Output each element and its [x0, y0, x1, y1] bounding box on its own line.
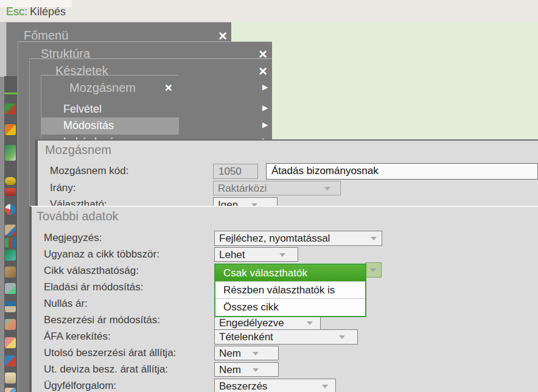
desktop-background — [231, 22, 538, 139]
home-icon[interactable] — [5, 301, 16, 312]
dropdown-option-selected[interactable]: Csak választhatók — [215, 265, 365, 281]
scroll-icon[interactable] — [5, 373, 16, 383]
menu-item-felvetel[interactable]: Felvétel — [41, 101, 179, 118]
sale-badge-icon[interactable] — [5, 188, 16, 196]
dropdown-option[interactable]: Részben választhatók is — [215, 281, 365, 298]
menu-item-modositas[interactable]: Módosítás — [41, 117, 179, 135]
dropdown-arrow-icon — [253, 368, 259, 372]
close-icon[interactable]: × — [259, 65, 267, 77]
label-nullas-ar: Nullás ár: — [44, 298, 88, 310]
dropdown-arrow-icon — [279, 253, 285, 257]
number-badge-icon[interactable] — [5, 177, 16, 185]
close-icon[interactable]: × — [218, 30, 227, 42]
ugyfelforgalom-value: Beszerzés — [219, 380, 267, 392]
basket-icon[interactable] — [5, 103, 16, 114]
afa-kerekites-value: Tételenként — [219, 331, 273, 343]
window-mozgasnem-menu: Mozgásnem × Felvétel Módosítás Lekérdezé… — [41, 75, 178, 149]
label-ugyanaz-cikk: Ugyanaz a cikk többször: — [44, 248, 159, 261]
esc-exit-hint: Esc:Kilépés — [6, 5, 66, 18]
books-icon[interactable] — [5, 238, 16, 248]
dropdown-arrow-icon — [322, 385, 328, 388]
irany-value: Raktárközi — [218, 183, 267, 194]
form-tovabbi-adatok: További adatok Megjegyzés: Fejléchez, ny… — [29, 206, 538, 392]
notebook-icon[interactable] — [5, 250, 16, 261]
megjegyzes-dropdown[interactable]: Fejléchez, nyomtatással — [214, 231, 382, 246]
sidebar-toolbar — [4, 76, 17, 392]
esc-key-label: Esc — [6, 5, 24, 18]
utolso-beszerzesi-dropdown[interactable]: Nem — [214, 346, 279, 360]
mozgasnem-kod-input[interactable]: 1050 — [213, 164, 258, 179]
dropdown-arrow-icon — [371, 237, 377, 240]
esc-separator: : — [24, 5, 27, 18]
dropdown-option[interactable]: Összes cikk — [215, 298, 365, 315]
pie-chart-icon[interactable] — [5, 204, 16, 215]
cikk-valaszthatosag-open-list: Csak választhatók Részben választhatók i… — [214, 264, 366, 317]
left-gutter — [0, 22, 6, 77]
ugyanaz-cikk-value: Lehet — [219, 249, 245, 261]
dropdown-arrow-icon — [370, 268, 376, 272]
label-mozgasnem-kod: Mozgásnem kód: — [50, 165, 128, 177]
label-irany: Irány: — [50, 182, 76, 194]
beszerzesi-ar-dropdown[interactable]: Engedélyezve — [214, 315, 321, 330]
dropdown-arrow-icon — [307, 321, 313, 325]
top-bar: Esc:Kilépés — [0, 0, 538, 22]
form-mozgasnem-title: Mozgásnem — [45, 143, 111, 157]
mozgasnem-nev-input[interactable]: Átadás bizományosnak — [266, 163, 538, 180]
label-eladasi-ar: Eladási ár módosítás: — [44, 281, 143, 293]
form-mozgasnem: Mozgásnem Mozgásnem kód: 1050 Átadás biz… — [35, 139, 538, 206]
cikk-valaszthatosag-dropdown-button[interactable] — [365, 262, 382, 278]
cart-icon[interactable] — [5, 124, 16, 135]
package-icon[interactable] — [5, 267, 16, 278]
ugyfelforgalom-dropdown[interactable]: Beszerzés — [214, 379, 336, 392]
label-ut-deviza: Ut. deviza besz. árat állítja: — [44, 363, 168, 376]
sidebar-divider — [4, 93, 17, 94]
picture-icon[interactable] — [5, 319, 16, 330]
label-ugyfelforgalom: Ügyfélforgalom: — [44, 380, 116, 392]
folder-icon[interactable] — [5, 225, 16, 236]
register-icon[interactable] — [5, 283, 16, 294]
mozgasnem-menu-title: Mozgásnem — [69, 81, 136, 95]
exit-label: Kilépés — [30, 5, 66, 18]
label-afa-kerekites: ÁFA kerekítés: — [44, 331, 111, 343]
megjegyzes-value: Fejléchez, nyomtatással — [219, 233, 330, 244]
dropdown-arrow-icon — [324, 187, 330, 191]
label-utolso-beszerzesi: Utolsó beszerzési árat állítja: — [44, 347, 176, 359]
beszerzesi-ar-value: Engedélyezve — [219, 317, 284, 329]
close-icon[interactable]: × — [165, 82, 172, 94]
form-tovabbi-title: További adatok — [37, 209, 119, 223]
app-window: Esc:Kilépés Főmenü × Struktúra × Készlet… — [0, 0, 538, 392]
submenu-arrow-icon[interactable]: ▶ — [262, 103, 268, 112]
submenu-arrow-icon[interactable]: ▶ — [262, 121, 268, 129]
label-megjegyzes: Megjegyzés: — [44, 232, 102, 244]
label-cikk-valaszthatosag: Cikk választhatóság: — [44, 265, 139, 277]
label-beszerzesi-ar: Beszerzési ár módosítás: — [44, 314, 160, 326]
tools-icon[interactable] — [5, 355, 16, 366]
documents-icon[interactable] — [5, 145, 16, 161]
ut-deviza-dropdown[interactable]: Nem — [214, 362, 279, 377]
afa-kerekites-dropdown[interactable]: Tételenként — [214, 329, 358, 345]
dropdown-arrow-icon — [253, 352, 259, 355]
submenu-arrow-icon[interactable]: ▶ — [262, 83, 268, 91]
ugyanaz-cikk-dropdown[interactable]: Lehet — [214, 247, 298, 262]
valaszthato-value: Igen — [218, 199, 238, 206]
fomenu-title: Főmenü — [24, 29, 68, 43]
dropdown-arrow-icon — [339, 335, 345, 339]
valaszthato-dropdown[interactable]: Igen — [213, 197, 278, 206]
ut-deviza-value: Nem — [219, 364, 241, 376]
label-valaszthato: Választható: — [50, 198, 107, 206]
utolso-beszerzesi-value: Nem — [219, 348, 241, 359]
people-icon[interactable] — [5, 337, 16, 348]
box-icon[interactable] — [5, 388, 16, 392]
irany-dropdown[interactable]: Raktárközi — [213, 181, 341, 195]
